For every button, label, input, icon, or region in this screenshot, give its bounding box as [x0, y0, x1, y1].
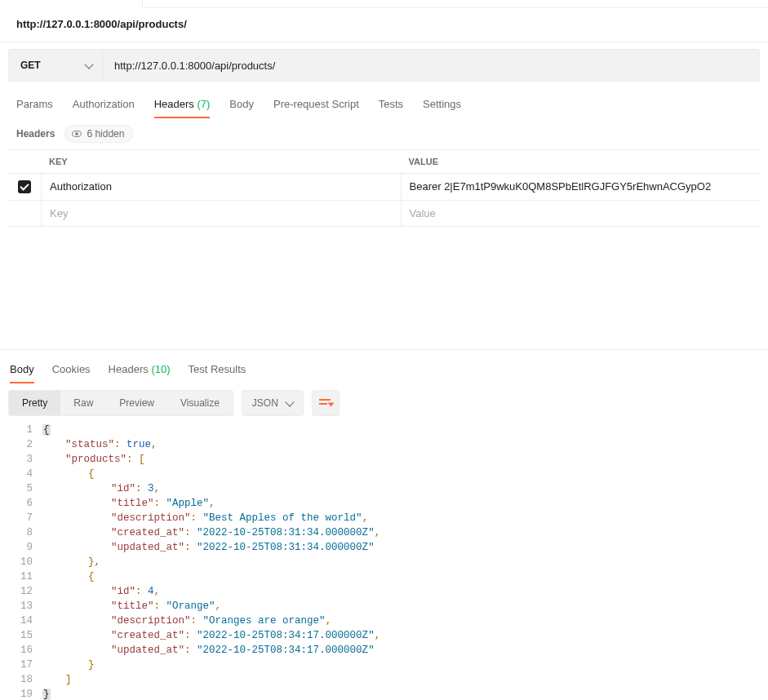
hidden-headers-toggle[interactable]: 6 hidden	[64, 125, 133, 143]
request-url-input[interactable]	[103, 50, 759, 81]
request-tabs: Params Authorization Headers (7) Body Pr…	[0, 90, 768, 118]
tab-prerequest[interactable]: Pre-request Script	[273, 90, 359, 118]
line-number: 3	[8, 452, 33, 467]
resp-tab-body[interactable]: Body	[10, 355, 34, 383]
view-pretty-button[interactable]: Pretty	[9, 391, 60, 415]
row-checkbox-cell-empty	[8, 201, 41, 226]
chevron-down-icon	[285, 397, 294, 406]
line-number: 18	[8, 672, 33, 687]
line-number-gutter: 1 2 3 4 5 6 7 8 9 10 11 12 13 14 15 16 1…	[8, 423, 42, 700]
headers-title: Headers	[16, 128, 55, 140]
tab-headers-label: Headers	[154, 98, 194, 110]
row-checkbox[interactable]	[18, 180, 31, 193]
request-row: GET	[8, 49, 760, 82]
line-number: 16	[8, 643, 33, 658]
response-toolbar: Pretty Raw Preview Visualize JSON	[8, 390, 760, 416]
view-mode-group: Pretty Raw Preview Visualize	[8, 390, 233, 416]
format-value: JSON	[252, 397, 278, 409]
active-tab-spacer	[0, 0, 143, 8]
line-number: 17	[8, 658, 33, 672]
line-number: 7	[8, 511, 33, 525]
tab-headers[interactable]: Headers (7)	[154, 90, 211, 118]
hidden-count-label: 6 hidden	[87, 128, 124, 140]
line-number: 1	[8, 423, 33, 437]
headers-subheader: Headers 6 hidden	[0, 118, 768, 149]
chevron-down-icon	[84, 60, 93, 69]
response-section: Body Cookies Headers (10) Test Results P…	[0, 349, 768, 700]
table-header-key: KEY	[41, 150, 401, 173]
tab-tests[interactable]: Tests	[379, 90, 403, 118]
row-value-placeholder[interactable]: Value	[401, 201, 761, 226]
table-row-empty: Key Value	[8, 201, 760, 226]
line-number: 12	[8, 584, 33, 599]
view-raw-button[interactable]: Raw	[60, 391, 106, 415]
http-method-value: GET	[20, 60, 41, 71]
tab-bar	[0, 0, 768, 8]
table-header-checkbox-col	[8, 150, 41, 173]
row-key[interactable]: Authorization	[41, 174, 401, 200]
tab-params[interactable]: Params	[16, 90, 53, 118]
row-value[interactable]: Bearer 2|E7m1tP9wkuK0QM8SPbEtlRGJFGY5rEh…	[401, 174, 761, 200]
resp-tab-headers-label: Headers	[109, 363, 149, 375]
resp-tab-cookies[interactable]: Cookies	[52, 355, 91, 383]
view-preview-button[interactable]: Preview	[106, 391, 167, 415]
tab-authorization[interactable]: Authorization	[73, 90, 135, 118]
view-visualize-button[interactable]: Visualize	[167, 391, 233, 415]
eye-icon	[72, 131, 82, 137]
response-spacer	[0, 227, 768, 349]
response-tabs: Body Cookies Headers (10) Test Results	[8, 355, 760, 383]
line-number: 15	[8, 628, 33, 643]
table-header-value: VALUE	[401, 150, 761, 173]
row-checkbox-cell	[8, 174, 41, 200]
wrap-icon	[319, 398, 332, 408]
wrap-lines-button[interactable]	[312, 390, 340, 416]
headers-table: KEY VALUE Authorization Bearer 2|E7m1tP9…	[8, 149, 760, 227]
line-number: 4	[8, 467, 33, 481]
resp-tab-headers[interactable]: Headers (10)	[109, 355, 171, 383]
http-method-select[interactable]: GET	[9, 50, 103, 81]
line-number: 5	[8, 481, 33, 496]
line-number: 9	[8, 540, 33, 555]
tab-body[interactable]: Body	[229, 90, 254, 118]
line-number: 14	[8, 614, 33, 628]
format-select[interactable]: JSON	[242, 390, 304, 416]
table-row: Authorization Bearer 2|E7m1tP9wkuK0QM8SP…	[8, 174, 760, 201]
breadcrumb: http://127.0.0.1:8000/api/products/	[0, 8, 768, 42]
row-key-placeholder[interactable]: Key	[41, 201, 401, 226]
code-body[interactable]: { "status": true, "products": [ { "id": …	[42, 423, 760, 700]
tab-headers-count: (7)	[197, 98, 210, 110]
line-number: 19	[8, 687, 33, 700]
line-number: 10	[8, 555, 33, 569]
line-number: 11	[8, 569, 33, 584]
tab-settings[interactable]: Settings	[423, 90, 461, 118]
resp-tab-test-results[interactable]: Test Results	[189, 355, 246, 383]
line-number: 8	[8, 525, 33, 540]
response-code-area: 1 2 3 4 5 6 7 8 9 10 11 12 13 14 15 16 1…	[8, 423, 760, 700]
line-number: 6	[8, 496, 33, 511]
resp-tab-headers-count: (10)	[151, 363, 170, 375]
table-header-row: KEY VALUE	[8, 150, 760, 174]
line-number: 13	[8, 599, 33, 614]
line-number: 2	[8, 437, 33, 452]
